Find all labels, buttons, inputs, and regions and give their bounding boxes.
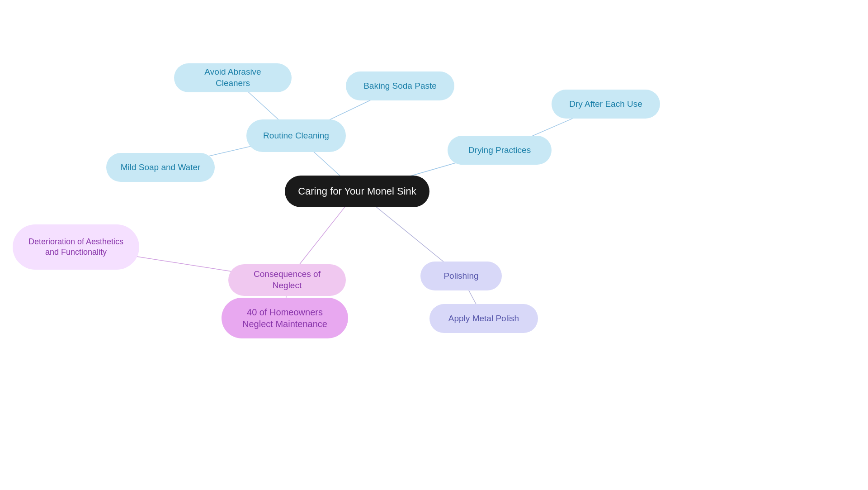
avoid-abrasive-node: Avoid Abrasive Cleaners <box>174 63 292 92</box>
apply-metal-node: Apply Metal Polish <box>429 304 538 333</box>
consequences-node: Consequences of Neglect <box>228 264 346 296</box>
deterioration-node: Deterioration of Aesthetics and Function… <box>13 224 139 270</box>
mild-soap-node: Mild Soap and Water <box>106 153 215 182</box>
homeowners-node: 40 of Homeowners Neglect Maintenance <box>222 298 348 338</box>
polishing-node: Polishing <box>420 262 502 290</box>
baking-soda-node: Baking Soda Paste <box>346 71 454 100</box>
routine-cleaning-node: Routine Cleaning <box>246 119 346 152</box>
dry-after-node: Dry After Each Use <box>552 90 660 119</box>
drying-practices-node: Drying Practices <box>448 136 552 165</box>
center-node: Caring for Your Monel Sink <box>285 176 429 207</box>
